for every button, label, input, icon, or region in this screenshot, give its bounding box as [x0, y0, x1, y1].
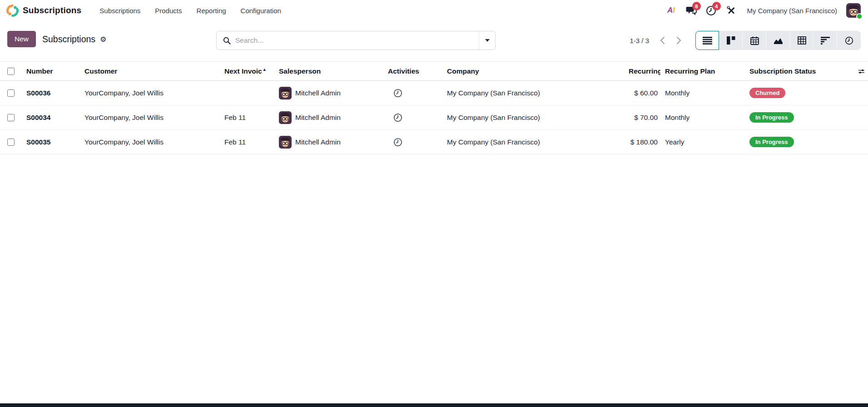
activity-clock-icon — [393, 138, 402, 147]
new-button[interactable]: New — [7, 31, 36, 47]
cell-salesperson[interactable]: Mitchell Admin — [274, 136, 383, 149]
optional-columns-button[interactable] — [854, 68, 868, 74]
activity-view-icon — [845, 36, 853, 45]
cell-status[interactable]: In Progress — [745, 137, 854, 147]
messages-icon[interactable]: 8 — [684, 3, 699, 18]
view-switcher — [695, 31, 861, 50]
table-row[interactable]: S00036 YourCompany, Joel Willis Mitchell… — [0, 81, 868, 105]
list-view-icon — [703, 37, 712, 45]
activity-clock-icon — [393, 113, 402, 122]
activity-clock-icon — [393, 89, 402, 98]
cell-company[interactable]: My Company (San Francisco) — [442, 89, 624, 97]
cell-company[interactable]: My Company (San Francisco) — [442, 114, 624, 122]
pager-previous-button[interactable] — [655, 34, 669, 47]
cell-number[interactable]: S00035 — [22, 138, 80, 146]
company-switcher[interactable]: My Company (San Francisco) — [747, 7, 837, 15]
cell-status[interactable]: Churned — [745, 88, 854, 98]
view-gantt-button[interactable] — [813, 31, 837, 50]
header-company[interactable]: Company — [442, 67, 624, 75]
main-menu: Subscriptions Products Reporting Configu… — [93, 4, 288, 17]
cell-next-invoice[interactable]: Feb 11 — [220, 138, 274, 146]
breadcrumb: Subscriptions ⚙ — [42, 34, 106, 45]
select-all-checkbox[interactable] — [7, 68, 15, 75]
cell-customer[interactable]: YourCompany, Joel Willis — [80, 114, 220, 122]
table-row[interactable]: S00034 YourCompany, Joel Willis Feb 11 M… — [0, 105, 868, 130]
salesperson-avatar — [279, 87, 292, 99]
header-salesperson[interactable]: Salesperson — [274, 67, 383, 75]
messages-badge: 8 — [692, 2, 701, 10]
kanban-view-icon — [727, 36, 735, 45]
view-list-button[interactable] — [695, 31, 719, 50]
cell-customer[interactable]: YourCompany, Joel Willis — [80, 138, 220, 146]
cell-activities[interactable] — [383, 113, 442, 122]
view-activity-button[interactable] — [837, 31, 861, 50]
view-kanban-button[interactable] — [719, 31, 743, 50]
cell-recurring[interactable]: $ 180.00 — [624, 138, 660, 146]
user-menu[interactable] — [846, 3, 861, 18]
chevron-left-icon — [660, 36, 665, 45]
row-checkbox[interactable] — [7, 89, 15, 97]
search-bar[interactable] — [216, 31, 496, 50]
view-graph-button[interactable] — [766, 31, 790, 50]
header-next-invoice[interactable]: Next Invoic▲ — [220, 67, 274, 75]
top-navbar: Subscriptions Subscriptions Products Rep… — [0, 0, 868, 21]
header-activities[interactable]: Activities — [383, 67, 442, 75]
pager-range: 1-3 / 3 — [630, 37, 649, 45]
page-title: Subscriptions — [42, 34, 95, 45]
row-checkbox[interactable] — [7, 114, 15, 121]
systray: AI 8 4 My Company (San Francisco) — [664, 3, 861, 18]
graph-view-icon — [774, 37, 783, 45]
pager-next-button[interactable] — [672, 34, 685, 47]
cell-recurring-plan[interactable]: Yearly — [660, 138, 745, 146]
header-subscription-status[interactable]: Subscription Status — [745, 67, 854, 75]
header-recurring-plan[interactable]: Recurring Plan — [660, 67, 745, 75]
header-number[interactable]: Number — [22, 67, 80, 75]
salesperson-avatar — [279, 136, 292, 149]
cell-customer[interactable]: YourCompany, Joel Willis — [80, 89, 220, 97]
menu-reporting[interactable]: Reporting — [190, 4, 233, 17]
activities-systray-icon[interactable]: 4 — [704, 3, 719, 18]
cell-activities[interactable] — [383, 89, 442, 98]
cell-company[interactable]: My Company (San Francisco) — [442, 138, 624, 146]
cell-number[interactable]: S00034 — [22, 114, 80, 122]
chevron-down-icon — [485, 39, 490, 42]
view-pivot-button[interactable] — [790, 31, 813, 50]
online-status-dot — [856, 13, 863, 20]
cell-status[interactable]: In Progress — [745, 112, 854, 123]
search-icon — [223, 37, 231, 45]
pivot-view-icon — [798, 36, 806, 45]
cell-recurring[interactable]: $ 70.00 — [624, 114, 660, 122]
cell-next-invoice[interactable]: Feb 11 — [220, 114, 274, 122]
row-checkbox[interactable] — [7, 139, 15, 146]
app-name[interactable]: Subscriptions — [23, 5, 81, 15]
status-badge: Churned — [749, 88, 785, 98]
cell-recurring-plan[interactable]: Monthly — [660, 114, 745, 122]
cell-recurring[interactable]: $ 60.00 — [624, 89, 660, 97]
tools-icon — [726, 5, 736, 15]
menu-subscriptions[interactable]: Subscriptions — [93, 4, 147, 17]
cell-salesperson[interactable]: Mitchell Admin — [274, 111, 383, 124]
cell-number[interactable]: S00036 — [22, 89, 80, 97]
table-row[interactable]: S00035 YourCompany, Joel Willis Feb 11 M… — [0, 130, 868, 154]
menu-products[interactable]: Products — [149, 4, 188, 17]
list-body: S00036 YourCompany, Joel Willis Mitchell… — [0, 81, 868, 154]
sort-asc-icon: ▲ — [263, 67, 267, 72]
app-switcher[interactable]: Subscriptions — [6, 5, 81, 17]
cell-salesperson[interactable]: Mitchell Admin — [274, 87, 383, 99]
ai-assistant-icon[interactable]: AI — [664, 3, 679, 18]
cell-activities[interactable] — [383, 138, 442, 147]
odoo-logo-icon — [6, 5, 19, 17]
status-badge: In Progress — [749, 112, 794, 123]
search-input[interactable] — [235, 31, 479, 50]
cell-recurring-plan[interactable]: Monthly — [660, 89, 745, 97]
calendar-view-icon — [750, 36, 759, 45]
gantt-view-icon — [821, 37, 830, 45]
menu-configuration[interactable]: Configuration — [234, 4, 288, 17]
header-recurring[interactable]: Recurring — [624, 67, 660, 75]
debug-tools-icon[interactable] — [724, 3, 739, 18]
action-gear-icon[interactable]: ⚙ — [100, 35, 106, 44]
view-calendar-button[interactable] — [743, 31, 766, 50]
search-dropdown-toggle[interactable] — [479, 31, 495, 50]
header-customer[interactable]: Customer — [80, 67, 220, 75]
status-badge: In Progress — [749, 137, 794, 147]
